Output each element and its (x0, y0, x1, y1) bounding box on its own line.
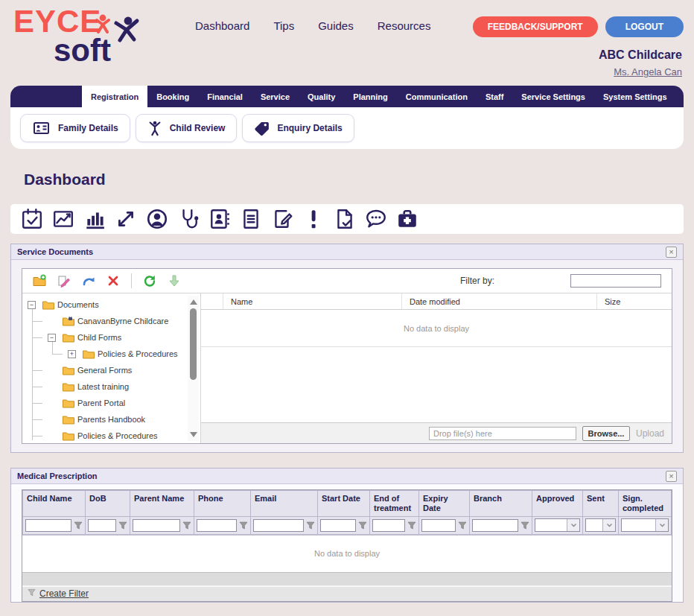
tab-communication[interactable]: Communication (397, 86, 477, 107)
delete-icon[interactable] (106, 274, 120, 288)
filter-branch-input[interactable] (472, 519, 518, 532)
filter-approved-select[interactable] (535, 518, 580, 532)
tree-item-latest-training[interactable]: Latest training (22, 378, 185, 395)
feedback-support-button[interactable]: FEEDBACK/SUPPORT (473, 16, 598, 37)
new-folder-icon[interactable] (33, 274, 46, 288)
document-check-icon[interactable] (334, 208, 356, 230)
user-circle-icon[interactable] (146, 208, 168, 230)
browse-button[interactable]: Browse... (582, 426, 630, 441)
files-empty-message: No data to display (201, 310, 672, 347)
collapse-icon[interactable]: − (28, 301, 36, 309)
col-branch[interactable]: Branch (470, 491, 532, 517)
funnel-icon[interactable] (520, 521, 529, 530)
tree-item-documents[interactable]: − Documents (22, 296, 185, 313)
filter-email-input[interactable] (253, 519, 304, 532)
funnel-icon[interactable] (407, 521, 416, 530)
filter-start-date-input[interactable] (320, 519, 356, 532)
file-column-date-modified[interactable]: Date modified (402, 293, 597, 309)
top-nav-tips[interactable]: Tips (273, 19, 294, 32)
filter-row (23, 516, 672, 534)
calendar-check-icon[interactable] (21, 208, 43, 230)
chat-icon[interactable] (365, 208, 387, 230)
tab-booking[interactable]: Booking (147, 86, 198, 107)
document-edit-icon[interactable] (271, 208, 293, 230)
tree-item-policies-procedures[interactable]: Policies & Procedures (22, 428, 185, 443)
col-phone[interactable]: Phone (194, 491, 251, 517)
col-dob[interactable]: DoB (86, 491, 130, 517)
tab-registration[interactable]: Registration (82, 86, 147, 107)
upload-button[interactable]: Upload (636, 428, 664, 439)
top-nav-guides[interactable]: Guides (318, 19, 354, 32)
bar-chart-icon[interactable] (83, 208, 106, 230)
col-sent[interactable]: Sent (583, 491, 619, 517)
filter-end-of-treatment-input[interactable] (372, 519, 405, 532)
funnel-icon[interactable] (182, 521, 191, 530)
stethoscope-icon[interactable] (177, 208, 200, 230)
funnel-icon[interactable] (306, 521, 315, 530)
filter-expiry-date-input[interactable] (421, 519, 456, 532)
tree-scrollbar[interactable] (188, 296, 199, 441)
child-review-button[interactable]: Child Review (136, 114, 238, 142)
tab-service-settings[interactable]: Service Settings (512, 86, 594, 107)
undo-icon[interactable] (82, 274, 95, 288)
expand-icon[interactable] (115, 208, 137, 230)
funnel-icon[interactable] (239, 521, 248, 530)
scroll-down-icon[interactable] (190, 432, 197, 437)
scrollbar-thumb[interactable] (190, 308, 197, 380)
scroll-up-icon[interactable] (190, 299, 197, 305)
funnel-icon[interactable] (358, 521, 367, 530)
col-start-date[interactable]: Start Date (318, 491, 370, 517)
filter-sent-select[interactable] (585, 518, 616, 532)
tree-item-parent-portal[interactable]: Parent Portal (22, 395, 185, 411)
document-icon[interactable] (240, 208, 262, 230)
family-details-button[interactable]: Family Details (20, 114, 130, 142)
col-child-name[interactable]: Child Name (23, 491, 86, 517)
tree-item-canavanbyrne[interactable]: CanavanByrne Childcare (22, 313, 185, 329)
download-icon[interactable] (168, 274, 181, 288)
file-column-name[interactable]: Name (223, 293, 402, 309)
close-icon[interactable]: × (666, 471, 677, 482)
filter-sign-completed-select[interactable] (621, 518, 669, 532)
line-chart-icon[interactable] (52, 208, 74, 230)
filter-dob-input[interactable] (88, 519, 116, 532)
tree-item-general-forms[interactable]: General Forms (22, 362, 185, 378)
tab-system-settings[interactable]: System Settings (594, 86, 676, 107)
tree-item-policies-procedures-child[interactable]: + Policies & Procedures (22, 346, 185, 362)
col-parent-name[interactable]: Parent Name (130, 491, 194, 517)
expand-icon[interactable]: + (68, 350, 76, 358)
tab-financial[interactable]: Financial (198, 86, 252, 107)
top-nav-dashboard[interactable]: Dashboard (195, 19, 249, 32)
funnel-icon[interactable] (74, 521, 83, 530)
tab-staff[interactable]: Staff (477, 86, 512, 107)
user-profile-link[interactable]: Ms. Angela Can (614, 66, 682, 77)
funnel-icon[interactable] (118, 521, 127, 530)
top-nav-resources[interactable]: Resources (378, 19, 431, 32)
col-email[interactable]: Email (251, 491, 318, 517)
tab-service[interactable]: Service (252, 86, 299, 107)
col-sign-completed[interactable]: Sign. completed (619, 491, 672, 517)
create-filter-link[interactable]: Create Filter (39, 588, 89, 599)
filter-parent-name-input[interactable] (133, 519, 180, 532)
tree-item-parents-handbook[interactable]: Parents Handbook (22, 411, 185, 428)
logout-button[interactable]: LOGOUT (605, 16, 684, 37)
contact-card-icon[interactable] (208, 208, 231, 230)
col-approved[interactable]: Approved (532, 491, 583, 517)
refresh-icon[interactable] (143, 274, 156, 288)
col-end-of-treatment[interactable]: End of treatment (370, 491, 419, 517)
file-column-size[interactable]: Size (597, 293, 672, 309)
tab-quality[interactable]: Quality (299, 86, 344, 107)
tab-planning[interactable]: Planning (344, 86, 396, 107)
col-expiry-date[interactable]: Expiry Date (419, 491, 470, 517)
close-icon[interactable]: × (666, 247, 677, 258)
alert-icon[interactable] (302, 208, 325, 230)
first-aid-icon[interactable] (396, 208, 418, 230)
filter-phone-input[interactable] (197, 519, 237, 532)
collapse-icon[interactable]: − (48, 334, 56, 342)
funnel-icon[interactable] (458, 521, 467, 530)
tree-item-child-forms[interactable]: − Child Forms (22, 329, 185, 346)
enquiry-details-button[interactable]: Enquiry Details (242, 114, 354, 142)
rename-icon[interactable] (57, 274, 71, 288)
filter-by-input[interactable] (570, 274, 661, 288)
drop-files-input[interactable] (429, 427, 576, 440)
filter-child-name-input[interactable] (25, 519, 71, 532)
